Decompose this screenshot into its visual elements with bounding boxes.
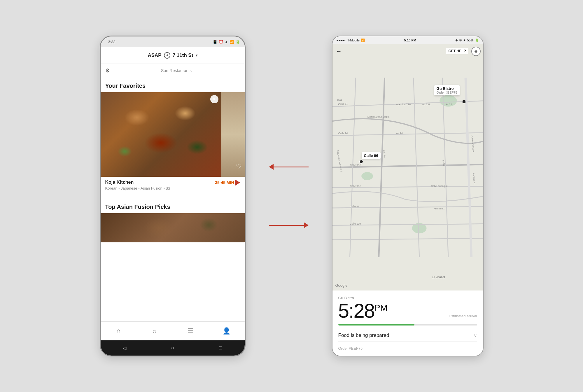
carrier-dots: ●●●●○ [337, 38, 346, 42]
estimated-label: Estimated arrival [449, 314, 477, 318]
progress-fill [338, 324, 415, 326]
nav-orders[interactable]: ☰ [173, 322, 209, 340]
carrier-label: T-Mobile [347, 38, 360, 42]
calle96-map-label: Calle 96 [362, 152, 381, 159]
arrow-line-2 [269, 225, 304, 226]
svg-text:Avenida 71A: Avenida 71A [396, 103, 411, 106]
bistro-order-id-map: Order #EEF75 [437, 91, 457, 94]
restaurant-subtitle: Korean • Japanese • Asian Fusion • $$ [101, 186, 245, 190]
map-back-button[interactable]: ← [336, 48, 342, 55]
get-help-button[interactable]: GET HELP [446, 48, 468, 54]
top-nav[interactable]: ASAP ➜ 7 11th St ▾ [101, 47, 245, 64]
card-image-row: ♥ ♡ [101, 92, 245, 177]
map-svg: Calle 71 Calle 94 Calle 95A Calle 96A Ca… [332, 44, 483, 290]
favorite-heart-icon-side[interactable]: ♡ [236, 163, 242, 170]
restaurant-card-koja[interactable]: ♥ ♡ Koja Kitchen 35-45 MIN Korean • Japa… [101, 92, 245, 194]
location-icon: ⊕ [455, 38, 458, 42]
sort-label: Sort Restaurants [113, 68, 240, 73]
home-icon: ⌂ [117, 327, 120, 335]
svg-text:Calle 100: Calle 100 [350, 222, 361, 225]
bistro-map-label: Gu Bistro Order #EEF75 [434, 85, 460, 95]
headphones-icon: ① [459, 38, 462, 42]
filter-icon: ⚙ [105, 67, 110, 74]
favorite-heart-icon[interactable]: ♥ [210, 95, 218, 103]
time-badge-text: 35-45 MIN [215, 180, 234, 185]
sort-row[interactable]: ⚙ Sort Restaurants [101, 64, 245, 77]
nav-profile[interactable]: 👤 [209, 322, 245, 340]
nav-search[interactable]: ⌕ [136, 322, 173, 340]
arrow-head-right-icon [304, 222, 309, 228]
map-area: Calle 71 Calle 94 Calle 95A Calle 96A Ca… [332, 44, 483, 290]
svg-text:Calle 94: Calle 94 [338, 132, 348, 135]
arrival-time-digits: 5:28 [338, 300, 374, 322]
el-varillal-label: El Varillal [432, 275, 445, 279]
svg-text:Av 63A: Av 63A [422, 103, 430, 106]
svg-text:Av 74: Av 74 [396, 132, 403, 135]
svg-text:Calle 98: Calle 98 [350, 205, 359, 208]
battery-icon: 🔋 [235, 40, 240, 44]
nav-arrow-circle: ➜ [164, 52, 170, 59]
order-bottom-panel: Gu Bistro 5:28PM Estimated arrival Food … [332, 290, 483, 356]
svg-text:Av 22: Av 22 [445, 103, 452, 106]
android-recents-btn[interactable]: □ [216, 344, 225, 352]
svg-text:1084: 1084 [337, 99, 342, 102]
arrow-right-arrow [269, 222, 309, 228]
right-phone: ●●●●○ T-Mobile 📶 5:10 PM ⊕ ① ✦ 55% 🔋 [332, 36, 484, 356]
food-image [101, 92, 221, 177]
android-status-bar: 3:33 📳 ⏰ ▲ 📶 🔋 [101, 36, 245, 47]
orders-icon: ☰ [188, 327, 193, 335]
svg-text:Autopista...: Autopista... [434, 207, 445, 210]
food-status-row[interactable]: Food is being prepared ∨ [338, 330, 477, 342]
svg-point-3 [361, 172, 373, 180]
arrow-left [269, 164, 309, 170]
ios-status-right: ⊕ ① ✦ 55% 🔋 [455, 38, 479, 42]
status-icons: 📳 ⏰ ▲ 📶 🔋 [213, 40, 240, 44]
android-nav-bar: ◁ ○ □ [101, 340, 245, 356]
section2-image [101, 213, 245, 242]
bistro-name-map: Gu Bistro [437, 86, 457, 91]
bluetooth-icon: ✦ [463, 38, 466, 42]
search-icon: ⌕ [153, 327, 156, 335]
chevron-down-icon: ▾ [196, 53, 197, 57]
order-id-label: Order #EEF75 [338, 344, 477, 356]
svg-text:Calle Principal: Calle Principal [431, 185, 447, 188]
bistro-map-marker [463, 100, 465, 103]
left-phone: 3:33 📳 ⏰ ▲ 📶 🔋 ASAP ➜ 7 11th St ▾ ⚙ Sort… [100, 36, 246, 356]
arrow-head-left-icon [269, 164, 274, 170]
battery-ios-icon: 🔋 [475, 38, 479, 42]
map-settings-button[interactable]: ⊕ [471, 47, 481, 56]
arrows-container [269, 164, 309, 228]
vibrate-icon: 📳 [213, 40, 218, 44]
ios-status-bar: ●●●●○ T-Mobile 📶 5:10 PM ⊕ ① ✦ 55% 🔋 [332, 36, 483, 44]
asian-fusion-section-title: Top Asian Fusion Picks [101, 198, 245, 213]
calle96-map-marker [359, 160, 363, 164]
wifi-icon: ▲ [225, 40, 228, 44]
chevron-down-icon: ∨ [474, 333, 477, 338]
order-progress-bar [338, 324, 477, 326]
nav-home[interactable]: ⌂ [101, 322, 137, 340]
arrow-line-1 [274, 167, 309, 167]
time-badge: 35-45 MIN [215, 180, 240, 186]
svg-text:Calle 95A: Calle 95A [350, 164, 361, 167]
wifi-ios-icon: 📶 [361, 38, 365, 42]
signal-icon: 📶 [230, 40, 234, 44]
alarm-icon: ⏰ [219, 40, 223, 44]
ios-status-left: ●●●●○ T-Mobile 📶 [337, 38, 365, 42]
restaurant-name: Koja Kitchen [105, 180, 134, 185]
asap-row[interactable]: ASAP ➜ 7 11th St ▾ [148, 52, 197, 59]
android-back-btn[interactable]: ◁ [120, 344, 129, 352]
arrival-row: 5:28PM Estimated arrival [338, 301, 477, 321]
card-info-row: Koja Kitchen 35-45 MIN [101, 180, 245, 186]
ios-time: 5:10 PM [404, 38, 416, 42]
profile-icon: 👤 [223, 327, 230, 335]
estimated-arrival-time: 5:28PM [338, 301, 388, 321]
restaurant-main-image [101, 92, 221, 177]
time-arrow-icon [235, 180, 240, 186]
content-area: Your Favorites ♥ ♡ Koja Kitchen 35-45 MI… [101, 77, 245, 321]
food-status-text: Food is being prepared [338, 332, 389, 338]
svg-text:Avenida 28 La Limpia: Avenida 28 La Limpia [367, 116, 390, 118]
asap-label: ASAP [148, 52, 161, 58]
svg-text:Calle 96A: Calle 96A [350, 185, 361, 188]
battery-ios-label: 55% [467, 38, 473, 42]
android-home-btn[interactable]: ○ [168, 344, 177, 352]
